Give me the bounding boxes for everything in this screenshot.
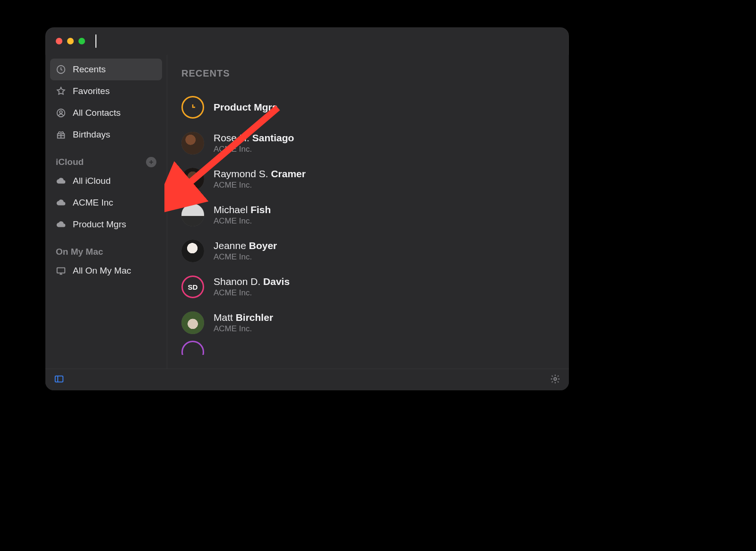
avatar xyxy=(181,311,204,334)
sidebar-section-on-my-mac: On My Mac xyxy=(50,235,162,260)
contact-text: Product Mgrs xyxy=(214,102,277,113)
contact-name: Product Mgrs xyxy=(214,102,277,113)
sidebar-item-label: Recents xyxy=(73,64,106,75)
sidebar-item-label: Birthdays xyxy=(73,129,110,140)
svg-point-2 xyxy=(60,111,62,113)
svg-rect-4 xyxy=(57,268,65,273)
title-cursor xyxy=(95,34,96,48)
contact-name: Jeanne Boyer xyxy=(214,240,277,251)
contact-row[interactable]: SD Shanon D. Davis ACME Inc. xyxy=(181,269,559,305)
sidebar-item-recents[interactable]: Recents xyxy=(50,59,162,80)
avatar xyxy=(181,204,204,226)
contact-name: Shanon D. Davis xyxy=(214,276,290,287)
sidebar-item-label: Favorites xyxy=(73,86,110,96)
sidebar-item-product-mgrs[interactable]: Product Mgrs xyxy=(50,214,162,235)
contact-name: Raymond S. Cramer xyxy=(214,168,306,180)
section-title: iCloud xyxy=(56,157,84,167)
cloud-icon xyxy=(56,219,66,230)
list-header: RECENTS xyxy=(181,68,559,79)
window-close-button[interactable] xyxy=(56,38,62,44)
initials-avatar: SD xyxy=(181,276,204,298)
contact-name: Michael Fish xyxy=(214,204,271,215)
cloud-icon xyxy=(56,198,66,208)
contact-row[interactable]: Rose H. Santiago ACME Inc. xyxy=(181,125,559,161)
sidebar-item-label: All Contacts xyxy=(73,108,120,118)
main-content: RECENTS Product Mgrs Rose H. Santiago AC… xyxy=(167,55,569,369)
gear-icon[interactable] xyxy=(550,374,560,386)
sidebar: Recents Favorites All Contacts Birthdays xyxy=(45,55,167,369)
sidebar-item-label: ACME Inc xyxy=(73,198,113,208)
contact-sub: ACME Inc. xyxy=(214,216,271,226)
sidebar-item-favorites[interactable]: Favorites xyxy=(50,80,162,102)
contact-text: Matt Birchler ACME Inc. xyxy=(214,312,273,334)
sidebar-item-label: Product Mgrs xyxy=(73,219,126,230)
footer-toolbar xyxy=(45,369,569,390)
gift-icon xyxy=(56,129,66,140)
contact-row[interactable]: Michael Fish ACME Inc. xyxy=(181,197,559,233)
clock-icon xyxy=(56,64,66,75)
contact-text: Rose H. Santiago ACME Inc. xyxy=(214,132,294,154)
cloud-icon xyxy=(56,176,66,186)
sidebar-item-label: All On My Mac xyxy=(73,266,131,276)
window-minimize-button[interactable] xyxy=(67,38,74,44)
contact-name: Matt Birchler xyxy=(214,312,273,323)
contact-text: Jeanne Boyer ACME Inc. xyxy=(214,240,277,262)
contact-sub: ACME Inc. xyxy=(214,145,294,154)
contact-text: Raymond S. Cramer ACME Inc. xyxy=(214,168,306,190)
svg-point-6 xyxy=(554,378,557,380)
contact-sub: ACME Inc. xyxy=(214,288,290,298)
contact-row-group[interactable]: Product Mgrs xyxy=(181,89,559,125)
sidebar-toggle-icon[interactable] xyxy=(54,374,64,386)
contact-text: Michael Fish ACME Inc. xyxy=(214,204,271,226)
contact-sub: ACME Inc. xyxy=(214,324,273,334)
window-body: Recents Favorites All Contacts Birthdays xyxy=(45,55,569,369)
section-title: On My Mac xyxy=(56,247,103,257)
sidebar-item-birthdays[interactable]: Birthdays xyxy=(50,124,162,146)
avatar xyxy=(181,168,204,190)
contact-row[interactable]: Raymond S. Cramer ACME Inc. xyxy=(181,161,559,197)
contact-name: Rose H. Santiago xyxy=(214,132,294,144)
icloud-add-button[interactable] xyxy=(146,157,156,167)
sidebar-item-all-icloud[interactable]: All iCloud xyxy=(50,170,162,192)
sidebar-item-label: All iCloud xyxy=(73,176,111,186)
avatar xyxy=(181,240,204,262)
sidebar-section-icloud: iCloud xyxy=(50,146,162,170)
clock-avatar-icon xyxy=(181,96,204,119)
contact-text: Shanon D. Davis ACME Inc. xyxy=(214,276,290,298)
person-icon xyxy=(56,108,66,118)
contact-sub: ACME Inc. xyxy=(214,181,306,190)
avatar xyxy=(181,341,204,355)
mac-icon xyxy=(56,266,66,276)
window-zoom-button[interactable] xyxy=(78,38,85,44)
titlebar xyxy=(45,27,569,55)
contact-row-cutoff[interactable] xyxy=(181,341,559,355)
sidebar-item-acme-inc[interactable]: ACME Inc xyxy=(50,192,162,214)
contact-row[interactable]: Matt Birchler ACME Inc. xyxy=(181,305,559,341)
svg-rect-5 xyxy=(55,376,63,382)
app-window: Recents Favorites All Contacts Birthdays xyxy=(45,27,569,390)
avatar xyxy=(181,132,204,155)
contact-row[interactable]: Jeanne Boyer ACME Inc. xyxy=(181,233,559,269)
contact-sub: ACME Inc. xyxy=(214,252,277,262)
sidebar-item-all-contacts[interactable]: All Contacts xyxy=(50,102,162,124)
sidebar-item-all-on-my-mac[interactable]: All On My Mac xyxy=(50,260,162,282)
star-icon xyxy=(56,86,66,96)
